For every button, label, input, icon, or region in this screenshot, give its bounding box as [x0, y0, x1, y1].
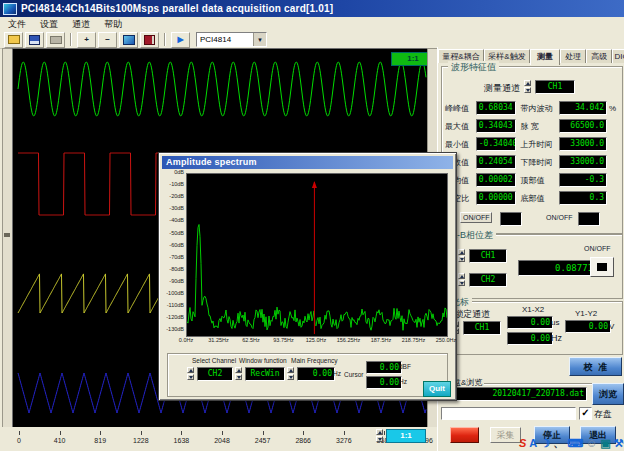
measure-value: -0.3 — [559, 173, 607, 187]
measure-label: 最小值 — [445, 139, 476, 150]
tab-advanced[interactable]: 高级 — [586, 49, 612, 63]
select-channel-spinner[interactable] — [187, 367, 196, 381]
measure-value: 66500.0 — [559, 119, 607, 133]
save-icon-glyph — [29, 35, 40, 45]
spectrum-y-axis: 0dB-10dB-20dB-30dB-40dB-50dB-60dB-70dB-8… — [160, 153, 184, 343]
device-combo[interactable]: PCI4814 ▼ — [196, 32, 267, 47]
main-frequency-spinner[interactable] — [287, 367, 296, 381]
spectrum-plot[interactable] — [186, 173, 448, 337]
phase-b-value[interactable]: CH2 — [469, 273, 507, 287]
sogou-icon[interactable]: S — [519, 437, 526, 450]
quit-button[interactable]: Quit — [423, 381, 451, 397]
popup-title-bar[interactable]: Amplitude spectrum — [162, 156, 453, 169]
run-icon[interactable]: ▶ — [171, 32, 190, 48]
phase-b-spinner[interactable] — [458, 273, 467, 287]
select-channel-value[interactable]: CH2 — [197, 367, 233, 381]
cursor-x-hz-unit: Hz — [551, 333, 562, 343]
wrench-icon[interactable]: ⚒ — [614, 437, 624, 450]
menu-item-file[interactable]: 文件 — [8, 18, 26, 31]
menu-item-channel[interactable]: 通道 — [72, 18, 90, 31]
time-axis-tickmark — [100, 431, 101, 435]
waveform-ch1-sine — [18, 62, 426, 116]
moon-icon[interactable]: ☽ — [540, 437, 550, 450]
toolbox-icon[interactable]: ▣ — [600, 437, 610, 450]
time-axis-tick: 1638 — [166, 437, 196, 444]
measure-table: 峰峰值0.68034带内波动34.042%最大值0.34043脉 宽66500.… — [445, 99, 617, 207]
chevron-down-icon[interactable]: ▼ — [253, 33, 266, 46]
display-icon-glyph — [123, 35, 135, 45]
measure-value: 34.042 — [559, 101, 607, 115]
onoff-right-indicator[interactable] — [578, 212, 600, 226]
spectrum-y-tick: -110dB — [160, 302, 184, 308]
select-channel-label: Select Channel — [192, 357, 236, 364]
measure-row: 有效值0.24054下降时间33000.0 — [445, 153, 617, 171]
application-window: PCI4814:4Ch14Bits100Msps parallel data a… — [0, 0, 624, 451]
time-axis-tick: 3276 — [329, 437, 359, 444]
time-axis-tick: 410 — [45, 437, 75, 444]
measure-value: 0.24054 — [476, 155, 516, 169]
window-function-value[interactable]: RecWin — [245, 367, 285, 381]
measure-label: 顶部值 — [521, 175, 560, 186]
ime-toolbar: SA☽、⌨☺▣⚒ — [519, 436, 624, 451]
measure-value: 33000.0 — [559, 137, 607, 151]
save-icon[interactable] — [25, 32, 44, 48]
menu-item-settings[interactable]: 设置 — [40, 18, 58, 31]
phase-onoff-label: ON/OFF — [584, 245, 610, 252]
phase-a-spinner[interactable] — [458, 249, 467, 263]
onoff-left-indicator[interactable] — [500, 212, 522, 226]
menu-item-help[interactable]: 帮助 — [104, 18, 122, 31]
save-checkbox[interactable]: ✓ — [579, 407, 592, 420]
spectrum-x-tick: 250.0Hz — [428, 337, 464, 343]
help-icon[interactable] — [140, 32, 159, 48]
app-icon — [3, 3, 17, 15]
tab-measure[interactable]: 测量 — [530, 49, 560, 65]
measure-row: 峰峰值0.68034带内波动34.042% — [445, 99, 617, 117]
phase-a-value[interactable]: CH1 — [469, 249, 507, 263]
device-combo-value: PCI4814 — [200, 35, 231, 44]
zoom-out-icon[interactable]: − — [98, 32, 117, 48]
spectrum-x-tick: 62.5Hz — [233, 337, 269, 343]
browse-button[interactable]: 浏览 — [592, 383, 624, 405]
cursor-x-hz-value: 0.00 — [507, 332, 553, 345]
cursor-y-unit: V — [609, 322, 614, 331]
zoom-ratio-spinner[interactable] — [376, 429, 385, 443]
measure-unit: % — [607, 104, 617, 113]
print-icon-glyph — [50, 36, 62, 44]
time-axis-tickmark — [60, 431, 61, 435]
spectrum-y-tick: -100dB — [160, 290, 184, 296]
help-icon-glyph — [144, 35, 155, 45]
cursor-x-us-value: 0.00 — [507, 316, 553, 329]
time-axis-tickmark — [222, 431, 223, 435]
measure-channel-value[interactable]: CH1 — [535, 80, 575, 94]
time-axis-tickmark — [141, 431, 142, 435]
cursor-lock-value[interactable]: CH1 — [463, 321, 501, 335]
time-axis-tickmark — [303, 431, 304, 435]
zoom-in-icon[interactable]: + — [77, 32, 96, 48]
tab-dio[interactable]: DIO — [612, 49, 624, 63]
record-indicator-button[interactable] — [450, 427, 479, 443]
spectrum-x-tick: 31.25Hz — [201, 337, 237, 343]
phase-onoff-toggle[interactable] — [590, 257, 614, 277]
font-icon[interactable]: A — [529, 437, 537, 450]
punctuation-icon[interactable]: 、 — [553, 437, 564, 450]
time-axis-tickmark — [181, 431, 182, 435]
control-panel: 量程&耦合采样&触发测量处理高级DIO 波形特征值 测量通道 CH1 峰峰值0.… — [437, 47, 624, 451]
print-icon[interactable] — [46, 32, 65, 48]
measure-channel-spinner[interactable] — [524, 80, 533, 94]
measure-channel-label: 测量通道 — [484, 82, 520, 95]
measure-row: 最小值-0.34040上升时间33000.0 — [445, 135, 617, 153]
measure-value: 0.00000 — [476, 191, 516, 205]
amplitude-spectrum-window[interactable]: Amplitude spectrum 0dB-10dB-20dB-30dB-40… — [158, 152, 457, 401]
keyboard-icon[interactable]: ⌨ — [567, 437, 583, 450]
open-folder-icon[interactable] — [4, 32, 23, 48]
tab-process[interactable]: 处理 — [560, 49, 586, 63]
time-axis-tickmark — [19, 431, 20, 435]
calibrate-button[interactable]: 校准 — [569, 357, 622, 376]
onoff-left-label[interactable]: ON/OFF — [460, 212, 492, 223]
window-function-label: Window function — [239, 357, 287, 364]
scrollbar-thumb[interactable] — [4, 233, 10, 237]
user-icon[interactable]: ☺ — [586, 437, 597, 450]
phase-difference-value: 0.08771 — [518, 260, 596, 276]
window-function-spinner[interactable] — [235, 367, 244, 381]
display-icon[interactable] — [119, 32, 138, 48]
